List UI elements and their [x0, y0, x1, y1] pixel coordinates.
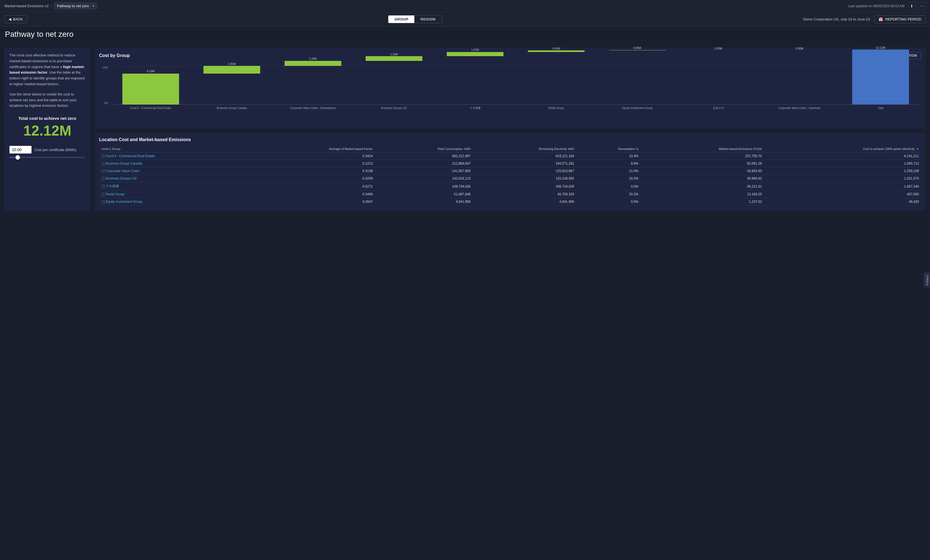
filters-label: Filters — [925, 275, 929, 285]
slider-thumb[interactable] — [15, 155, 20, 160]
page-title: Pathway to net zero — [5, 30, 925, 39]
x-label-3: Corporate Value Chain - Downstream — [273, 105, 353, 124]
bar-6 — [528, 50, 585, 52]
x-label-7: Equity Investment Group — [597, 105, 678, 124]
right-panel: Cost by Group BY GROUP BY LOCATION 10M 0… — [95, 48, 925, 211]
group-region-tabs: GROUP REGION — [388, 15, 442, 23]
bar-group-6: 0.41M — [516, 66, 597, 105]
description-block-2: Use the slicer below to model the cost t… — [9, 92, 85, 109]
cell-cost: 6,191,211 — [764, 152, 921, 160]
chart-title: Cost by Group — [99, 53, 130, 58]
expand-icon[interactable]: + — [101, 169, 105, 173]
secondary-nav: ◀ BACK GROUP REGION Demo Corporation US,… — [0, 12, 930, 26]
expand-icon[interactable]: + — [101, 200, 105, 204]
calendar-icon: 📅 — [879, 17, 883, 21]
top-nav-right: Last updated on 08/05/2023 08:53 AM ⬆ ⋯ — [848, 2, 925, 10]
share-button[interactable]: ⋯ — [918, 2, 925, 10]
bar-label-4: 1.20M — [390, 53, 398, 56]
expand-icon[interactable]: + — [101, 193, 105, 196]
table-row: +Equity Investment Group 0.2647 4,841,95… — [99, 198, 921, 206]
col-header-avg-factor: Average of Market-based Factor — [250, 146, 375, 152]
cell-total: 691,212,967 — [375, 152, 473, 160]
x-label-4: Business Groups US — [353, 105, 434, 124]
expand-icon[interactable]: + — [101, 177, 105, 180]
col-header-total-consumption: Total Consumption- kWh — [375, 146, 473, 152]
bar-group-7: 0.05M — [597, 66, 678, 105]
bar-4 — [366, 56, 422, 61]
table-card: Location Cost and Market-based Emissions… — [95, 133, 925, 211]
bar-label-6: 0.41M — [553, 47, 560, 50]
last-updated-text: Last updated on 08/05/2023 08:53 AM — [848, 4, 905, 8]
reporting-period-label: REPORTING PERIOD — [885, 17, 921, 21]
expand-icon[interactable]: + — [101, 185, 105, 188]
page-dropdown-wrapper[interactable]: Pathway to net zero ▼ — [54, 3, 97, 9]
x-label-6: Retail Group — [516, 105, 597, 124]
bar-5 — [447, 52, 503, 56]
cell-group: +Business Group Canada — [99, 160, 250, 168]
y-axis-bottom: 0M — [104, 101, 108, 105]
table-row: +日本デモ 0.5084 225,694 225,694 0.0% 114.90… — [99, 206, 921, 207]
bar-group-2: 1.95M — [191, 66, 273, 105]
col-header-group: Level 1 Group — [99, 146, 250, 152]
table-body: +Fund 4 - Commercial Real Estate 0.3424 … — [99, 152, 921, 207]
total-cost-value: 12.12M — [9, 123, 85, 138]
bar-2 — [203, 66, 260, 74]
table-title: Location Cost and Market-based Emissions — [99, 137, 921, 142]
bar-total — [852, 49, 909, 105]
col-header-renewables: Renewables % — [576, 146, 641, 152]
bar-3 — [285, 61, 341, 66]
cell-group: +Business Groups US — [99, 175, 250, 182]
export-button[interactable]: ⬆ — [908, 2, 916, 10]
tab-group[interactable]: GROUP — [388, 15, 414, 23]
back-button[interactable]: ◀ BACK — [5, 15, 27, 23]
table-row: +Corporate Value Chain - 0.4138 141,507,… — [99, 168, 921, 175]
cost-per-certificate-input[interactable] — [9, 146, 32, 154]
cost-input-section: Cost per certificate (MWh) — [9, 146, 85, 158]
tab-region[interactable]: REGION — [414, 15, 442, 23]
chart-header: Cost by Group BY GROUP BY LOCATION — [99, 52, 921, 59]
filters-sidebar[interactable]: Filters — [924, 273, 930, 288]
cell-renewables: 10.4% — [576, 152, 641, 160]
bar-label-1: 6.19M — [147, 70, 155, 73]
table-row: +デモ商事 0.5271 106,734,028 106,734,028 0.0… — [99, 182, 921, 191]
col-header-cost-achieve[interactable]: Cost to achieve 100% green electricity ▼ — [764, 146, 921, 152]
cell-remaining: 619,121,104 — [473, 152, 576, 160]
page-title-section: Pathway to net zero — [0, 26, 930, 39]
sort-icon: ▼ — [916, 148, 919, 151]
bars-container: 6.19M 1.95M 1.26M 1.20M — [110, 66, 921, 105]
table-row: +Business Groups US 0.3259 142,616,113 1… — [99, 175, 921, 182]
table-scroll-container[interactable]: Level 1 Group Average of Market-based Fa… — [99, 146, 921, 206]
table-row: +Business Group Canada 0.1213 212,869,64… — [99, 160, 921, 168]
col-header-sort-label: Cost to achieve 100% green electricity — [863, 147, 915, 151]
header-row: Level 1 Group Average of Market-based Fa… — [99, 146, 921, 152]
bar-label-2: 1.95M — [228, 63, 236, 66]
bar-group-9: 0.00M — [759, 66, 840, 105]
table-header: Level 1 Group Average of Market-based Fa… — [99, 146, 921, 152]
cell-group: +Corporate Value Chain - — [99, 168, 250, 175]
cost-input-row: Cost per certificate (MWh) — [9, 146, 85, 154]
x-label-total: Total — [840, 105, 921, 124]
back-arrow-icon: ◀ — [9, 17, 11, 21]
cell-group: +日本デモ — [99, 206, 250, 207]
bar-group-4: 1.20M — [353, 66, 434, 105]
cell-market: 237,755.70 — [641, 152, 764, 160]
expand-icon[interactable]: + — [101, 162, 105, 165]
page-dropdown[interactable]: Pathway to net zero — [54, 3, 97, 9]
location-cost-table: Level 1 Group Average of Market-based Fa… — [99, 146, 921, 206]
cost-slider-track[interactable] — [9, 157, 85, 158]
y-axis: 10M 0M — [99, 66, 109, 105]
table-row: +Fund 4 - Commercial Real Estate 0.3424 … — [99, 152, 921, 160]
main-content: The most cost effective method to reduce… — [0, 43, 930, 215]
bar-label-total: 12.12M — [876, 46, 885, 49]
cell-group: +Fund 4 - Commercial Real Estate — [99, 152, 250, 160]
cell-avg-factor: 0.3424 — [250, 152, 375, 160]
top-nav-icons: ⬆ ⋯ — [908, 2, 925, 10]
bold-text: high market-based emission factor — [9, 65, 85, 75]
top-nav: Market-based Emissions v2 / Pathway to n… — [0, 0, 930, 12]
expand-icon[interactable]: + — [101, 155, 105, 158]
description-paragraph-1: The most cost effective method to reduce… — [9, 52, 85, 87]
x-label-8: 日本デモ — [678, 105, 759, 124]
reporting-period-button[interactable]: 📅 REPORTING PERIOD — [875, 15, 925, 23]
bar-group-total: 12.12M — [840, 66, 921, 105]
right-nav-section: Demo Corporation US, July-19 to June-22 … — [803, 15, 925, 23]
